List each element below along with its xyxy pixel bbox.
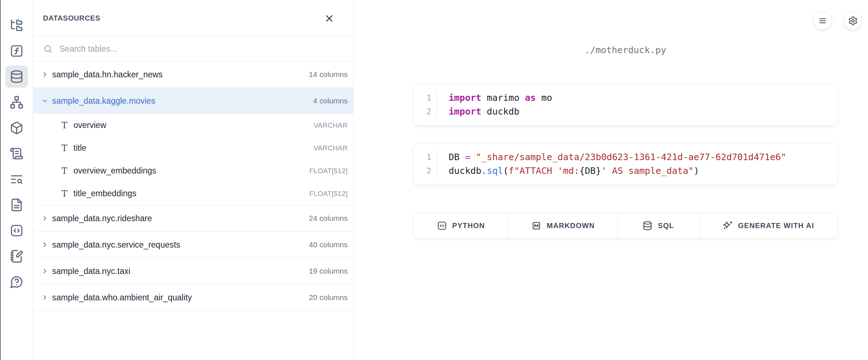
- line-number: 1: [427, 150, 431, 164]
- column-row-title-embeddings[interactable]: T title_embeddings FLOAT[512]: [33, 182, 353, 205]
- gear-icon: [848, 16, 858, 26]
- table-row-kaggle-movies[interactable]: sample_data.kaggle.movies 4 columns: [33, 88, 353, 114]
- column-type: VARCHAR: [314, 144, 348, 152]
- line-number: 2: [427, 164, 431, 178]
- column-name: overview_embeddings: [73, 166, 156, 176]
- table-group: sample_data.kaggle.movies 4 columns T ov…: [33, 88, 353, 205]
- text-type-icon: T: [60, 166, 68, 176]
- code-cell[interactable]: 1 2 import marimo as mo import duckdb: [413, 84, 838, 126]
- code-editor[interactable]: import marimo as mo import duckdb: [437, 91, 552, 119]
- chevron-right-icon: [41, 215, 48, 222]
- code-line: DB = "_share/sample_data/23b0d623-1361-4…: [449, 150, 786, 164]
- line-number: 2: [427, 105, 431, 119]
- code-line: import marimo as mo: [449, 91, 552, 105]
- column-type: FLOAT[512]: [309, 190, 348, 198]
- database-icon: [643, 221, 652, 231]
- sparkles-icon: [723, 221, 733, 231]
- line-number-gutter: 1 2: [413, 150, 437, 178]
- search-input[interactable]: [59, 44, 348, 54]
- table-group: sample_data.who.ambient_air_quality 20 c…: [33, 284, 353, 311]
- file-explorer-icon: [10, 18, 24, 32]
- line-number: 1: [427, 91, 431, 105]
- code-square-icon: [437, 221, 447, 231]
- search-icon: [43, 44, 53, 54]
- sidebar-item-file-explorer[interactable]: [5, 14, 28, 37]
- logs-icon: [10, 172, 24, 186]
- sidebar-item-datasources[interactable]: [5, 65, 28, 88]
- generate-with-ai-button[interactable]: GENERATE WITH AI: [699, 213, 838, 238]
- line-number-gutter: 1 2: [413, 91, 437, 119]
- sidebar-item-scratchpad[interactable]: [5, 245, 28, 267]
- table-column-count: 20 columns: [309, 293, 348, 302]
- table-column-count: 40 columns: [309, 240, 348, 249]
- outline-icon: [10, 147, 24, 160]
- code-line: import duckdb: [449, 105, 552, 119]
- table-name: sample_data.who.ambient_air_quality: [52, 293, 192, 303]
- table-row-ambient-air-quality[interactable]: sample_data.who.ambient_air_quality 20 c…: [33, 284, 353, 310]
- sidebar-item-functions[interactable]: [5, 40, 28, 62]
- table-row-taxi[interactable]: sample_data.nyc.taxi 19 columns: [33, 258, 353, 284]
- add-python-label: PYTHON: [452, 222, 485, 230]
- table-list: sample_data.hn.hacker_news 14 columns sa…: [33, 61, 353, 311]
- code-editor[interactable]: DB = "_share/sample_data/23b0d623-1361-4…: [437, 150, 786, 178]
- sidebar-item-logs[interactable]: [5, 168, 28, 190]
- close-icon: [324, 13, 335, 24]
- chevron-right-icon: [41, 71, 48, 78]
- sidebar-item-documentation[interactable]: [5, 194, 28, 216]
- code-line: duckdb.sql(f"ATTACH 'md:{DB}' AS sample_…: [449, 164, 786, 178]
- table-column-count: 24 columns: [309, 214, 348, 223]
- panel-title: DATASOURCES: [43, 14, 100, 22]
- help-icon: [10, 275, 24, 289]
- sidebar-item-snippets[interactable]: [5, 219, 28, 242]
- table-column-count: 14 columns: [309, 70, 348, 79]
- helper-panel-rail: [1, 0, 33, 360]
- table-name: sample_data.hn.hacker_news: [52, 70, 163, 80]
- markdown-icon: [532, 221, 541, 231]
- table-group: sample_data.nyc.taxi 19 columns: [33, 258, 353, 284]
- chevron-down-icon: [41, 97, 48, 104]
- table-row-service-requests[interactable]: sample_data.nyc.service_requests 40 colu…: [33, 232, 353, 258]
- table-row-hacker-news[interactable]: sample_data.hn.hacker_news 14 columns: [33, 61, 353, 87]
- code-cell[interactable]: 1 2 DB = "_share/sample_data/23b0d623-13…: [413, 143, 838, 185]
- add-python-cell-button[interactable]: PYTHON: [413, 213, 509, 238]
- table-name: sample_data.nyc.taxi: [52, 266, 130, 276]
- table-name: sample_data.kaggle.movies: [52, 96, 155, 106]
- table-column-count: 19 columns: [309, 267, 348, 275]
- sidebar-item-packages[interactable]: [5, 117, 28, 139]
- marimo-app: DATASOURCES sample_data.hn.hacker_news 1…: [0, 0, 868, 360]
- sidebar-item-help[interactable]: [5, 271, 28, 293]
- datasources-header: DATASOURCES: [33, 0, 353, 37]
- generate-with-ai-label: GENERATE WITH AI: [738, 222, 814, 230]
- settings-button[interactable]: [843, 11, 862, 30]
- column-type: VARCHAR: [314, 121, 348, 129]
- datasources-panel: DATASOURCES sample_data.hn.hacker_news 1…: [33, 0, 354, 360]
- sidebar-item-dependencies[interactable]: [5, 91, 28, 113]
- column-name: overview: [73, 120, 106, 130]
- scratchpad-icon: [10, 249, 24, 263]
- text-type-icon: T: [60, 143, 68, 153]
- documentation-icon: [10, 198, 24, 212]
- datasources-icon: [10, 70, 24, 83]
- table-search-row: [33, 37, 353, 61]
- table-group: sample_data.nyc.rideshare 24 columns: [33, 205, 353, 232]
- table-group: sample_data.hn.hacker_news 14 columns: [33, 61, 353, 88]
- notebook-menu-button[interactable]: [813, 11, 832, 30]
- table-column-count: 4 columns: [313, 97, 348, 105]
- packages-icon: [10, 121, 24, 135]
- top-actions: [813, 11, 862, 30]
- column-row-title[interactable]: T title VARCHAR: [33, 137, 353, 159]
- table-name: sample_data.nyc.rideshare: [52, 214, 152, 223]
- column-name: title: [73, 143, 86, 153]
- close-datasources-button[interactable]: [324, 13, 335, 24]
- notebook-area: ./motherduck.py 1 2 import marimo as mo …: [354, 0, 868, 360]
- table-row-rideshare[interactable]: sample_data.nyc.rideshare 24 columns: [33, 205, 353, 231]
- add-cell-bar: PYTHON MARKDOWN SQL GENER: [413, 213, 838, 239]
- column-row-overview[interactable]: T overview VARCHAR: [33, 114, 353, 137]
- sidebar-item-outline[interactable]: [5, 142, 28, 165]
- add-markdown-label: MARKDOWN: [547, 222, 595, 230]
- column-type: FLOAT[512]: [309, 167, 348, 175]
- column-row-overview-embeddings[interactable]: T overview_embeddings FLOAT[512]: [33, 159, 353, 182]
- dependencies-icon: [10, 95, 24, 109]
- add-markdown-cell-button[interactable]: MARKDOWN: [509, 213, 618, 238]
- add-sql-cell-button[interactable]: SQL: [618, 213, 699, 238]
